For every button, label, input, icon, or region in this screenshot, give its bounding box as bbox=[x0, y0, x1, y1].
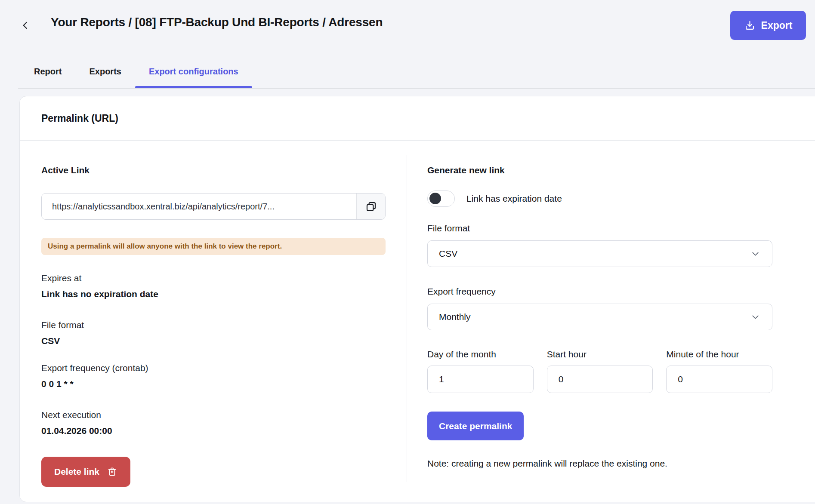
field-next-execution: Next execution 01.04.2026 00:00 bbox=[41, 410, 386, 436]
tab-bar: Report Exports Export configurations bbox=[20, 61, 252, 89]
back-button[interactable] bbox=[16, 16, 34, 34]
expiration-toggle-label: Link has expiration date bbox=[466, 194, 562, 204]
export-button-label: Export bbox=[761, 20, 793, 31]
permalink-card: Permalink (URL) Active Link Using a perm… bbox=[19, 96, 815, 502]
field-label: File format bbox=[41, 320, 386, 330]
expiration-toggle-row: Link has expiration date bbox=[427, 191, 772, 207]
page: Your Reports / [08] FTP-Backup Und BI-Re… bbox=[0, 0, 815, 504]
frequency-value: Monthly bbox=[439, 312, 471, 322]
delete-link-label: Delete link bbox=[54, 467, 99, 477]
tab-exports[interactable]: Exports bbox=[75, 61, 135, 89]
generate-heading: Generate new link bbox=[427, 165, 772, 175]
chevron-left-icon bbox=[20, 20, 31, 31]
field-value: CSV bbox=[41, 336, 386, 346]
minute-of-hour-field: Minute of the hour bbox=[666, 349, 772, 393]
tab-report-label: Report bbox=[34, 67, 62, 76]
day-of-month-field: Day of the month bbox=[427, 349, 534, 393]
card-header: Permalink (URL) bbox=[20, 96, 815, 141]
field-file-format: File format CSV bbox=[41, 320, 386, 346]
chevron-down-icon bbox=[750, 312, 761, 323]
active-link-section: Active Link Using a permalink will allow… bbox=[41, 141, 386, 487]
day-of-month-label: Day of the month bbox=[427, 349, 534, 360]
tab-export-configurations-label: Export configurations bbox=[149, 67, 238, 76]
minute-of-hour-input[interactable] bbox=[666, 366, 772, 393]
trash-icon bbox=[107, 466, 117, 477]
toggle-knob bbox=[429, 193, 441, 204]
export-button[interactable]: Export bbox=[730, 11, 806, 40]
active-link-heading: Active Link bbox=[41, 165, 386, 175]
copy-link-button[interactable] bbox=[356, 194, 385, 219]
tab-exports-label: Exports bbox=[89, 67, 121, 76]
file-format-label: File format bbox=[427, 223, 772, 234]
field-label: Expires at bbox=[41, 273, 386, 283]
file-format-select[interactable]: CSV bbox=[427, 240, 772, 267]
field-crontab: Export frequency (crontab) 0 0 1 * * bbox=[41, 363, 386, 389]
field-value: Link has no expiration date bbox=[41, 289, 386, 299]
field-value: 0 0 1 * * bbox=[41, 379, 386, 389]
create-permalink-button[interactable]: Create permalink bbox=[427, 412, 524, 440]
start-hour-field: Start hour bbox=[547, 349, 653, 393]
note-text: Note: creating a new permalink will repl… bbox=[427, 458, 772, 469]
tab-bar-divider bbox=[18, 88, 815, 89]
card-title: Permalink (URL) bbox=[41, 113, 118, 124]
field-label: Next execution bbox=[41, 410, 386, 420]
day-of-month-input[interactable] bbox=[427, 366, 534, 393]
start-hour-input[interactable] bbox=[547, 366, 653, 393]
minute-of-hour-label: Minute of the hour bbox=[666, 349, 772, 360]
generate-link-section: Generate new link Link has expiration da… bbox=[427, 141, 772, 469]
file-format-value: CSV bbox=[439, 249, 457, 259]
frequency-label: Export frequency bbox=[427, 286, 772, 297]
permalink-url-group bbox=[41, 193, 386, 220]
delete-link-button[interactable]: Delete link bbox=[41, 457, 130, 487]
frequency-select[interactable]: Monthly bbox=[427, 304, 772, 330]
field-label: Export frequency (crontab) bbox=[41, 363, 386, 373]
schedule-inputs-row: Day of the month Start hour Minute of th… bbox=[427, 349, 772, 393]
chevron-down-icon bbox=[750, 249, 761, 259]
expiration-toggle[interactable] bbox=[427, 191, 455, 207]
download-icon bbox=[744, 20, 756, 31]
column-divider bbox=[407, 155, 407, 482]
field-value: 01.04.2026 00:00 bbox=[41, 426, 386, 436]
tab-report[interactable]: Report bbox=[20, 61, 75, 89]
permalink-warning: Using a permalink will allow anyone with… bbox=[41, 238, 386, 255]
copy-icon bbox=[365, 200, 377, 213]
tab-export-configurations[interactable]: Export configurations bbox=[135, 61, 252, 89]
permalink-url-input[interactable] bbox=[42, 194, 356, 219]
page-title: Your Reports / [08] FTP-Backup Und BI-Re… bbox=[51, 15, 383, 29]
field-expires-at: Expires at Link has no expiration date bbox=[41, 273, 386, 299]
start-hour-label: Start hour bbox=[547, 349, 653, 360]
